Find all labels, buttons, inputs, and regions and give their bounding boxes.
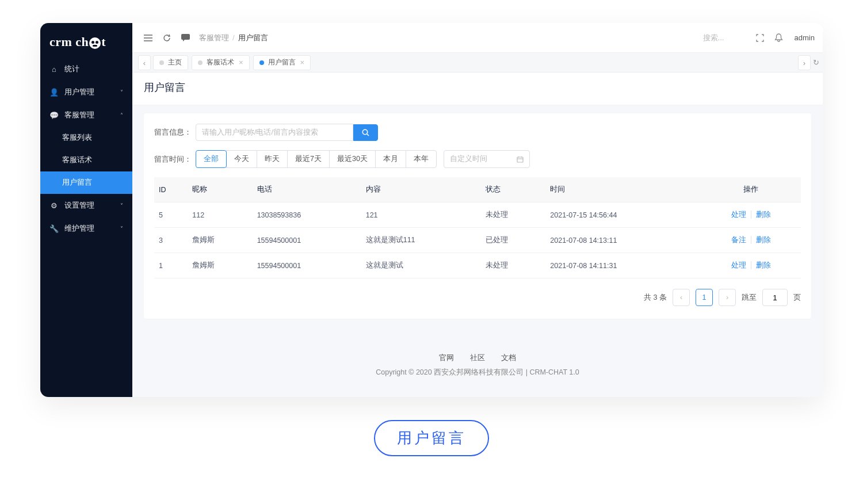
sidebar-item-5[interactable]: 用户留言	[40, 171, 132, 194]
sidebar-item-1[interactable]: 👤用户管理˅	[40, 81, 132, 104]
action-link[interactable]: 删除	[746, 236, 771, 244]
tab-dot	[198, 60, 203, 65]
time-option-0[interactable]: 全部	[196, 150, 227, 168]
cell-nick: 詹姆斯	[188, 253, 252, 278]
cell-id: 3	[154, 228, 188, 253]
time-option-2[interactable]: 昨天	[257, 150, 288, 168]
action-link[interactable]: 删除	[746, 211, 771, 219]
table-row: 511213038593836121未处理2021-07-15 14:56:44…	[154, 203, 801, 228]
cell-id: 5	[154, 203, 188, 228]
action-link[interactable]: 删除	[746, 261, 771, 269]
time-option-6[interactable]: 本年	[406, 150, 437, 168]
table-row: 3詹姆斯15594500001这就是测试111已处理2021-07-08 14:…	[154, 228, 801, 253]
calendar-icon	[517, 156, 524, 163]
column-header: 内容	[361, 177, 481, 203]
pager-prev-button[interactable]: ‹	[673, 289, 690, 306]
tab-label: 客服话术	[207, 58, 234, 67]
column-header: 电话	[253, 177, 361, 203]
svg-rect-5	[517, 157, 523, 162]
table-row: 1詹姆斯15594500001这就是测试未处理2021-07-08 14:11:…	[154, 253, 801, 278]
tabs-scroll-right[interactable]: ›	[798, 55, 811, 70]
pager-next-button[interactable]: ›	[719, 289, 736, 306]
filter-time-label: 留言时间：	[154, 154, 196, 165]
footer-link[interactable]: 官网	[439, 354, 454, 362]
cell-actions: 处理删除	[701, 203, 801, 228]
sidebar-item-label: 客服管理	[64, 110, 94, 120]
time-range-group: 全部今天昨天最近7天最近30天本月本年	[196, 150, 437, 168]
footer-link[interactable]: 社区	[470, 354, 485, 362]
column-header: 昵称	[188, 177, 252, 203]
tabs-more-icon[interactable]: ↻	[813, 58, 819, 67]
tabs-bar: ‹ 主页客服话术×用户留言× › ↻	[132, 53, 823, 72]
tab-0[interactable]: 主页	[153, 55, 188, 70]
cell-nick: 112	[188, 203, 252, 228]
sidebar-item-label: 设置管理	[64, 200, 94, 211]
close-icon[interactable]: ×	[239, 58, 243, 67]
cell-time: 2021-07-08 14:11:31	[545, 253, 701, 278]
time-option-5[interactable]: 本月	[375, 150, 406, 168]
global-search-input[interactable]	[703, 33, 749, 42]
sidebar-item-6[interactable]: ⚙设置管理˅	[40, 194, 132, 217]
menu-toggle-icon[interactable]	[140, 32, 156, 44]
footer: 官网社区文档 Copyright © 2020 西安众邦网络科技有限公司 | C…	[132, 339, 823, 397]
refresh-icon[interactable]	[159, 32, 174, 44]
sidebar-item-label: 客服话术	[62, 155, 92, 165]
cell-content: 这就是测试111	[361, 228, 481, 253]
sidebar-item-4[interactable]: 客服话术	[40, 149, 132, 171]
svg-line-4	[367, 134, 369, 136]
action-link[interactable]: 处理	[731, 261, 746, 269]
cell-actions: 备注删除	[701, 228, 801, 253]
filter-info-label: 留言信息：	[154, 127, 196, 138]
pager-jump-input[interactable]	[762, 289, 788, 306]
sidebar-item-label: 维护管理	[64, 223, 94, 234]
close-icon[interactable]: ×	[300, 58, 305, 67]
tabs-scroll-left[interactable]: ‹	[138, 55, 151, 70]
sidebar-item-2[interactable]: 💬客服管理˄	[40, 104, 132, 127]
svg-point-3	[362, 129, 367, 134]
time-option-3[interactable]: 最近7天	[287, 150, 330, 168]
action-link[interactable]: 处理	[731, 211, 746, 219]
pagination: 共 3 条 ‹ 1 › 跳至 页	[154, 289, 801, 306]
fullscreen-icon[interactable]	[753, 32, 767, 44]
tab-2[interactable]: 用户留言×	[253, 55, 311, 70]
page-title: 用户留言	[132, 72, 823, 105]
column-header: 状态	[481, 177, 545, 203]
logo: crm cht	[40, 30, 132, 58]
cell-content: 121	[361, 203, 481, 228]
search-button[interactable]	[353, 124, 378, 141]
pager-total: 共 3 条	[644, 293, 667, 303]
tab-dot	[259, 60, 264, 65]
cell-actions: 处理删除	[701, 253, 801, 278]
action-link[interactable]: 备注	[731, 236, 746, 244]
gear-icon: ⚙	[49, 201, 59, 210]
filter-info-input[interactable]	[196, 124, 353, 141]
cell-time: 2021-07-08 14:13:11	[545, 228, 701, 253]
breadcrumb: 客服管理/用户留言	[199, 33, 268, 43]
sidebar-item-label: 统计	[64, 64, 79, 74]
custom-date-input[interactable]: 自定义时间	[444, 150, 530, 168]
sidebar-item-0[interactable]: ⌂统计	[40, 58, 132, 81]
cell-status: 已处理	[481, 228, 545, 253]
cell-phone: 15594500001	[253, 228, 361, 253]
column-header: 时间	[545, 177, 701, 203]
sidebar-item-label: 用户管理	[64, 87, 94, 97]
time-option-1[interactable]: 今天	[226, 150, 257, 168]
tab-label: 主页	[168, 58, 182, 67]
bell-icon[interactable]	[771, 31, 786, 45]
tab-1[interactable]: 客服话术×	[192, 55, 250, 70]
user-name[interactable]: admin	[795, 33, 815, 42]
time-option-4[interactable]: 最近30天	[329, 150, 376, 168]
cell-phone: 15594500001	[253, 253, 361, 278]
sidebar-item-3[interactable]: 客服列表	[40, 127, 132, 149]
cell-id: 1	[154, 253, 188, 278]
footer-link[interactable]: 文档	[501, 354, 516, 362]
tab-dot	[159, 60, 164, 65]
pager-page-1[interactable]: 1	[696, 289, 713, 306]
cell-time: 2021-07-15 14:56:44	[545, 203, 701, 228]
cell-nick: 詹姆斯	[188, 228, 252, 253]
sidebar-item-label: 客服列表	[62, 133, 92, 143]
sidebar-item-7[interactable]: 🔧维护管理˅	[40, 217, 132, 240]
column-header: 操作	[701, 177, 801, 203]
feature-badge: 用户留言	[374, 420, 489, 456]
cell-status: 未处理	[481, 253, 545, 278]
